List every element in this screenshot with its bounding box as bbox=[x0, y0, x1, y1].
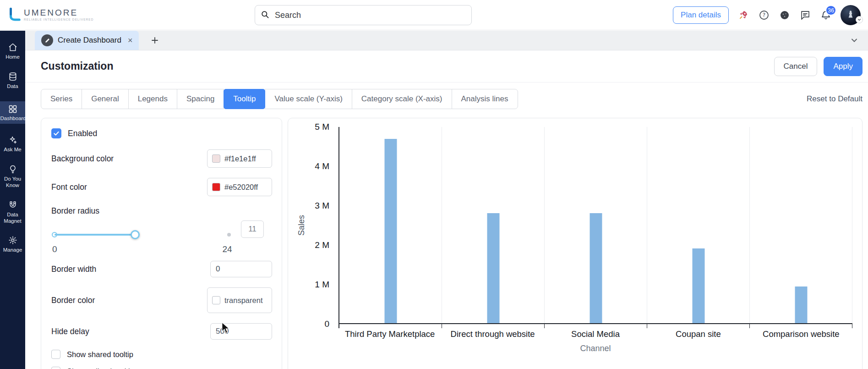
cookie-icon[interactable] bbox=[779, 9, 791, 21]
border-radius-label: Border radius bbox=[51, 206, 272, 216]
border-width-input[interactable] bbox=[210, 261, 272, 277]
cancel-button[interactable]: Cancel bbox=[774, 57, 818, 76]
bar-comparison-website[interactable] bbox=[795, 286, 807, 323]
tab-legends[interactable]: Legends bbox=[128, 89, 177, 109]
help-icon[interactable]: ? bbox=[758, 9, 770, 21]
logo-icon bbox=[7, 7, 21, 23]
y-tick-label: 0 bbox=[324, 319, 329, 329]
chart-column bbox=[442, 127, 545, 323]
chart-preview-panel: Sales 5 M4 M3 M2 M1 M0 Third Party Marke… bbox=[288, 118, 863, 369]
tab-tooltip[interactable]: Tooltip bbox=[224, 89, 265, 109]
border-color-picker[interactable]: transparent bbox=[207, 287, 272, 313]
font-color-swatch bbox=[212, 183, 220, 191]
border-radius-value-box[interactable]: 11 bbox=[241, 220, 264, 238]
sidebar-item-data[interactable]: Data bbox=[0, 72, 25, 90]
slider-max-dot bbox=[227, 233, 231, 237]
reset-to-default-link[interactable]: Reset to Default bbox=[807, 94, 863, 104]
sidebar-item-dashboard[interactable]: Dashboard bbox=[0, 101, 25, 124]
border-color-value: transparent bbox=[224, 296, 267, 305]
tab-general[interactable]: General bbox=[82, 89, 128, 109]
x-tick-label: Coupan site bbox=[647, 329, 749, 339]
background-color-swatch bbox=[212, 154, 220, 163]
sidebar-item-do-you-know[interactable]: Do You Know bbox=[0, 165, 25, 189]
font-color-picker[interactable]: #e52020ff bbox=[207, 178, 272, 196]
page-header: Customization Cancel Apply bbox=[25, 50, 868, 83]
edit-pencil-icon bbox=[41, 34, 53, 46]
show-shared-tooltip-label: Show shared tooltip bbox=[67, 350, 133, 359]
background-color-value: #f1e1e1ff bbox=[224, 154, 256, 163]
tab-series[interactable]: Series bbox=[41, 89, 82, 109]
bar-coupan-site[interactable] bbox=[692, 248, 704, 323]
tab-create-dashboard[interactable]: Create Dashboard × bbox=[35, 31, 139, 50]
chart-x-labels: Third Party MarketplaceDirect through we… bbox=[338, 329, 852, 339]
tab-label: Create Dashboard bbox=[58, 36, 121, 45]
avatar-figure-icon bbox=[845, 9, 857, 21]
avatar-chevron-down-icon[interactable] bbox=[856, 16, 863, 23]
sidebar-item-ask-me[interactable]: Ask Me bbox=[0, 135, 25, 153]
database-icon bbox=[8, 72, 17, 81]
border-radius-slider: 11 0 24 bbox=[51, 220, 272, 259]
tab-category-scale-x-axis[interactable]: Category scale (X-axis) bbox=[352, 89, 452, 109]
background-color-label: Background color bbox=[51, 154, 207, 164]
plan-details-button[interactable]: Plan details bbox=[673, 6, 729, 24]
topbar: UMENORE RELIABLE INTELLIGENCE DELIVERED … bbox=[0, 0, 868, 30]
show-splitted-tooltip-label: Show splitted tooltip bbox=[67, 367, 134, 369]
sidebar-item-label: Do You Know bbox=[0, 176, 25, 189]
slider-handle[interactable] bbox=[131, 230, 140, 239]
rocket-icon[interactable] bbox=[737, 9, 749, 21]
bar-social-media[interactable] bbox=[590, 213, 602, 323]
sidebar-item-data-magnet[interactable]: Data Magnet bbox=[0, 200, 25, 225]
tab-spacing[interactable]: Spacing bbox=[177, 89, 224, 109]
sidebar-item-label: Manage bbox=[3, 247, 22, 253]
show-splitted-tooltip-checkbox[interactable] bbox=[51, 367, 60, 369]
new-tab-button[interactable] bbox=[151, 31, 159, 50]
customization-tabs: SeriesGeneralLegendsSpacingTooltipValue … bbox=[41, 89, 518, 109]
bar-direct-through-website[interactable] bbox=[487, 213, 499, 323]
gear-icon bbox=[8, 236, 17, 245]
user-avatar[interactable] bbox=[841, 5, 861, 25]
hide-delay-input[interactable] bbox=[210, 323, 272, 340]
search-icon bbox=[261, 10, 269, 21]
page-title: Customization bbox=[41, 60, 113, 72]
sparkles-icon bbox=[8, 135, 17, 144]
app-logo[interactable]: UMENORE RELIABLE INTELLIGENCE DELIVERED bbox=[0, 7, 94, 23]
home-icon bbox=[8, 43, 17, 52]
tabbar-chevron-down-icon[interactable] bbox=[850, 31, 859, 50]
notification-count-badge: 36 bbox=[825, 5, 836, 16]
notifications-bell[interactable]: 36 bbox=[820, 9, 832, 21]
background-color-picker[interactable]: #f1e1e1ff bbox=[207, 149, 272, 168]
hide-delay-label: Hide delay bbox=[51, 327, 210, 336]
enabled-checkbox[interactable] bbox=[51, 128, 61, 138]
y-tick-label: 4 M bbox=[315, 161, 329, 171]
show-shared-tooltip-checkbox[interactable] bbox=[51, 350, 60, 359]
border-color-swatch bbox=[212, 296, 220, 304]
global-search[interactable] bbox=[255, 5, 472, 25]
document-tabbar: Create Dashboard × bbox=[25, 31, 868, 50]
search-input[interactable] bbox=[274, 10, 466, 21]
chart-column bbox=[647, 127, 750, 323]
font-color-value: #e52020ff bbox=[224, 183, 258, 192]
tab-value-scale-y-axis[interactable]: Value scale (Y-axis) bbox=[265, 89, 352, 109]
y-tick-label: 2 M bbox=[315, 240, 329, 250]
apply-button[interactable]: Apply bbox=[824, 57, 863, 76]
tab-analysis-lines[interactable]: Analysis lines bbox=[452, 89, 518, 109]
border-color-label: Border color bbox=[51, 296, 207, 305]
brand-tagline: RELIABLE INTELLIGENCE DELIVERED bbox=[24, 18, 94, 22]
sidebar-item-home[interactable]: Home bbox=[0, 43, 25, 61]
chart-plot bbox=[338, 127, 852, 324]
magnet-icon bbox=[8, 200, 17, 209]
sidebar-active-highlight: Dashboard bbox=[0, 101, 25, 124]
dashboard-grid-icon bbox=[8, 105, 17, 114]
x-tick-label: Social Media bbox=[544, 329, 647, 339]
bar-third-party-marketplace[interactable] bbox=[384, 139, 397, 323]
feedback-icon[interactable] bbox=[799, 9, 811, 21]
tab-close-icon[interactable]: × bbox=[128, 36, 133, 44]
sidebar-item-manage[interactable]: Manage bbox=[0, 236, 25, 253]
sidebar-item-label: Ask Me bbox=[4, 147, 21, 153]
x-tick-label: Third Party Marketplace bbox=[338, 329, 441, 339]
y-tick-label: 5 M bbox=[315, 122, 329, 132]
sidebar-item-label: Data bbox=[7, 83, 18, 90]
chart-column bbox=[339, 127, 442, 323]
brand-name: UMENORE bbox=[24, 8, 94, 17]
slider-track[interactable] bbox=[55, 234, 135, 236]
